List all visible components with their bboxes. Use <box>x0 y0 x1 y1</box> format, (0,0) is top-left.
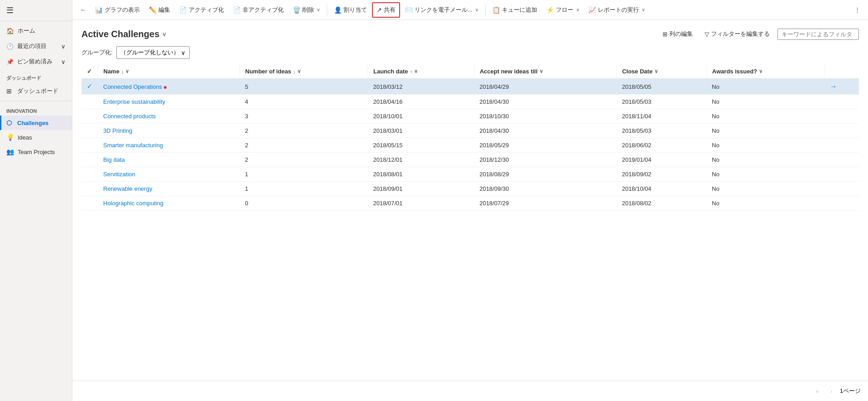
sidebar-item-pinned[interactable]: 📌 ピン留め済み ∨ <box>0 54 72 69</box>
dashboard-section-label: ダッシュボード <box>0 69 72 83</box>
row-checkbox-cell[interactable] <box>81 153 98 160</box>
row-launch-date-cell: 2018/08/01 <box>367 167 474 182</box>
header-launch-date[interactable]: Launch date ↑ ∨ <box>367 64 474 79</box>
row-accept-till-cell: 2018/09/30 <box>474 182 616 196</box>
chevron-down-icon-2: ∨ <box>61 58 66 65</box>
assign-label: 割り当て <box>343 6 367 14</box>
row-awards-cell: No <box>706 79 825 95</box>
row-launch-date-cell: 2018/12/01 <box>367 153 474 167</box>
activate-label: アクティブ化 <box>189 6 224 14</box>
queue-button[interactable]: 📋 キューに追加 <box>488 3 541 17</box>
header-name[interactable]: Name ↓ ∨ <box>98 64 239 79</box>
accept-dropdown-icon[interactable]: ∨ <box>539 68 543 74</box>
row-accept-till-cell: 2018/05/29 <box>474 138 616 153</box>
edit-columns-icon: ⊞ <box>663 31 668 38</box>
row-name-cell[interactable]: Holographic computing <box>98 196 239 211</box>
email-icon: ✉️ <box>405 6 413 14</box>
sidebar-item-home[interactable]: 🏠 ホーム <box>0 23 72 39</box>
first-page-button[interactable]: « <box>811 385 824 397</box>
name-dropdown-icon[interactable]: ∨ <box>125 68 129 74</box>
row-awards-cell: No <box>706 182 825 196</box>
row-name-cell[interactable]: Connected Operations <box>98 79 239 95</box>
team-projects-icon: 👥 <box>6 148 14 155</box>
header-close-date[interactable]: Close Date ∨ <box>616 64 706 79</box>
close-dropdown-icon[interactable]: ∨ <box>654 68 658 74</box>
row-close-date-cell: 2018/05/05 <box>616 79 706 95</box>
row-close-date-cell: 2018/06/02 <box>616 138 706 153</box>
edit-button[interactable]: ✏️ 編集 <box>145 3 174 17</box>
row-arrow-cell[interactable]: → <box>825 79 859 95</box>
awards-dropdown-icon[interactable]: ∨ <box>759 68 763 74</box>
row-checkbox-cell[interactable] <box>81 167 98 174</box>
row-name-cell[interactable]: Big data <box>98 153 239 167</box>
row-checkbox-cell[interactable]: ✓ <box>81 79 98 93</box>
sidebar-item-ideas[interactable]: 💡 Ideas <box>0 130 72 145</box>
row-checkbox-cell[interactable] <box>81 196 98 203</box>
header-accept-till[interactable]: Accept new ideas till ∨ <box>474 64 616 79</box>
hamburger-icon[interactable]: ☰ <box>6 6 14 15</box>
delete-button[interactable]: 🗑️ 削除 ∨ <box>289 3 324 17</box>
row-arrow-icon: → <box>830 82 837 90</box>
row-launch-date-cell: 2018/07/01 <box>367 196 474 211</box>
page-label: 1ページ <box>840 387 861 395</box>
graph-view-button[interactable]: 📊 グラフの表示 <box>91 3 144 17</box>
row-accept-till-cell: 2018/10/30 <box>474 109 616 124</box>
row-checkbox-cell[interactable] <box>81 95 98 102</box>
sidebar-item-team-projects[interactable]: 👥 Team Projects <box>0 145 72 159</box>
row-checkbox-cell[interactable] <box>81 124 98 131</box>
row-close-date-cell: 2018/05/03 <box>616 95 706 109</box>
sidebar: ☰ 🏠 ホーム 🕐 最近の項目 ∨ 📌 ピン留め済み ∨ ダッシュボード ⊞ ダ… <box>0 0 72 401</box>
row-name-cell[interactable]: Smarter manufacturing <box>98 138 239 153</box>
edit-label: 編集 <box>158 6 170 14</box>
edit-filters-label: フィルターを編集する <box>711 30 770 38</box>
row-awards-cell: No <box>706 109 825 124</box>
sidebar-item-dashboard[interactable]: ⊞ ダッシュボード <box>0 83 72 99</box>
row-name-cell[interactable]: 3D Printing <box>98 124 239 138</box>
deactivate-label: 非アクティブ化 <box>243 6 284 14</box>
row-num-ideas-cell: 4 <box>239 95 367 109</box>
group-by-select[interactable]: （グループ化しない） ∨ <box>116 46 190 59</box>
email-link-button[interactable]: ✉️ リンクを電子メール... ∨ <box>401 3 482 17</box>
row-accept-till-cell: 2018/04/30 <box>474 124 616 138</box>
table-row: 3D Printing22018/03/012018/04/302018/05/… <box>81 124 859 138</box>
deactivate-button[interactable]: 📄 非アクティブ化 <box>229 3 288 17</box>
row-checkbox-cell[interactable] <box>81 138 98 145</box>
header-num-ideas[interactable]: Number of ideas ↓ ∨ <box>239 64 367 79</box>
sidebar-item-challenges[interactable]: ⬡ Challenges <box>0 116 72 130</box>
header-checkbox-col[interactable]: ✓ <box>81 64 98 79</box>
share-button[interactable]: ↗ 共有 <box>372 2 400 18</box>
row-name-cell[interactable]: Connected products <box>98 109 239 124</box>
edit-columns-button[interactable]: ⊞ 列の編集 <box>658 27 697 41</box>
row-awards-cell: No <box>706 196 825 211</box>
pagination-footer: « ‹ 1ページ <box>72 381 868 401</box>
prev-page-button[interactable]: ‹ <box>825 385 838 397</box>
graph-view-label: グラフの表示 <box>105 6 140 14</box>
keyword-filter-input[interactable] <box>777 29 859 40</box>
launch-dropdown-icon[interactable]: ∨ <box>414 68 418 74</box>
header-actions: ⊞ 列の編集 ▽ フィルターを編集する <box>658 27 859 41</box>
flow-button[interactable]: ⚡ フロー ∨ <box>542 3 583 17</box>
flow-icon: ⚡ <box>546 6 554 14</box>
graph-icon: 📊 <box>95 6 103 14</box>
row-checkbox-cell[interactable] <box>81 109 98 116</box>
row-name-cell[interactable]: Renewable energy <box>98 182 239 196</box>
back-button[interactable]: ← <box>76 3 90 16</box>
row-close-date-cell: 2018/09/02 <box>616 167 706 182</box>
activate-button[interactable]: 📄 アクティブ化 <box>175 3 228 17</box>
sidebar-nav: 🏠 ホーム 🕐 最近の項目 ∨ 📌 ピン留め済み ∨ ダッシュボード ⊞ ダッシ… <box>0 21 72 401</box>
row-name-cell[interactable]: Servitization <box>98 167 239 182</box>
sidebar-item-ideas-label: Ideas <box>18 134 32 141</box>
row-checkbox-cell[interactable] <box>81 182 98 189</box>
assign-button[interactable]: 👤 割り当て <box>330 3 371 17</box>
sidebar-item-team-projects-label: Team Projects <box>18 149 55 155</box>
sidebar-item-recent[interactable]: 🕐 最近の項目 ∨ <box>0 39 72 54</box>
num-ideas-dropdown-icon[interactable]: ∨ <box>297 68 301 74</box>
header-awards[interactable]: Awards issued? ∨ <box>706 64 825 79</box>
edit-filters-button[interactable]: ▽ フィルターを編集する <box>701 27 774 41</box>
row-name-cell[interactable]: Enterprise sustainability <box>98 95 239 109</box>
more-button[interactable]: ⋮ <box>850 3 864 16</box>
report-button[interactable]: 📈 レポートの実行 ∨ <box>584 3 649 17</box>
row-num-ideas-cell: 2 <box>239 138 367 153</box>
row-close-date-cell: 2018/11/04 <box>616 109 706 124</box>
page-title-chevron[interactable]: ∨ <box>162 30 167 38</box>
